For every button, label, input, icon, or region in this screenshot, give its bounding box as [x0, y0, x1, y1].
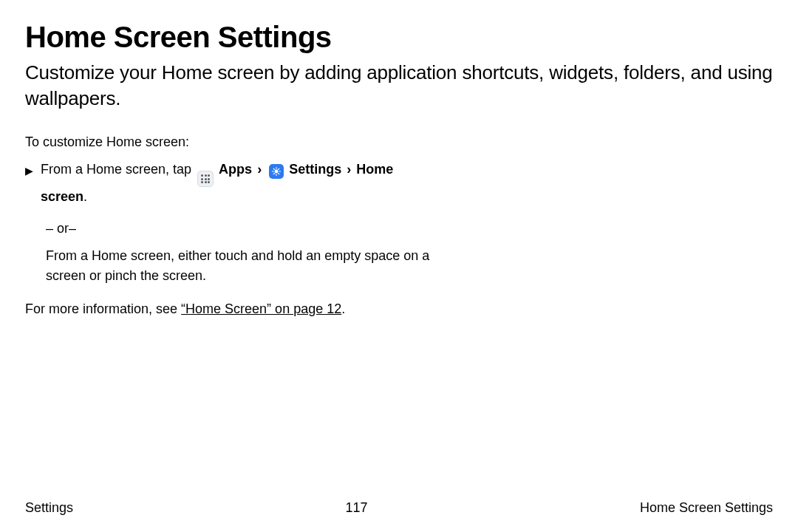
- chevron-right-icon: ›: [256, 162, 263, 177]
- page-footer: Settings 117 Home Screen Settings: [25, 500, 773, 516]
- settings-label: Settings: [289, 162, 341, 177]
- page-title: Home Screen Settings: [25, 21, 773, 54]
- settings-gear-icon: [269, 164, 284, 179]
- step-content: From a Home screen, tap Apps ›: [41, 160, 409, 207]
- body: To customize Home screen: ▶ From a Home …: [25, 132, 773, 319]
- apps-icon: [197, 171, 214, 187]
- step-marker-icon: ▶: [25, 160, 33, 179]
- step-block: ▶ From a Home screen, tap Apps ›: [25, 160, 409, 207]
- more-info-suffix: .: [341, 301, 345, 316]
- step-prefix: From a Home screen, tap: [41, 162, 191, 177]
- more-info: For more information, see “Home Screen” …: [25, 299, 773, 319]
- svg-point-0: [275, 170, 278, 173]
- more-info-prefix: For more information, see: [25, 301, 181, 316]
- home-screen-page-link[interactable]: “Home Screen” on page 12: [181, 301, 341, 316]
- footer-page-number: 117: [345, 500, 367, 516]
- footer-topic-label: Home Screen Settings: [640, 500, 773, 516]
- alternate-step: From a Home screen, either touch and hol…: [25, 246, 430, 286]
- footer-section-label: Settings: [25, 500, 73, 516]
- or-divider: – or–: [25, 211, 773, 246]
- manual-page: Home Screen Settings Customize your Home…: [0, 0, 798, 532]
- chevron-right-icon: ›: [345, 162, 352, 177]
- page-subtitle: Customize your Home screen by adding app…: [25, 60, 773, 112]
- period: .: [83, 189, 87, 204]
- intro-line: To customize Home screen:: [25, 132, 773, 152]
- apps-label: Apps: [219, 162, 252, 177]
